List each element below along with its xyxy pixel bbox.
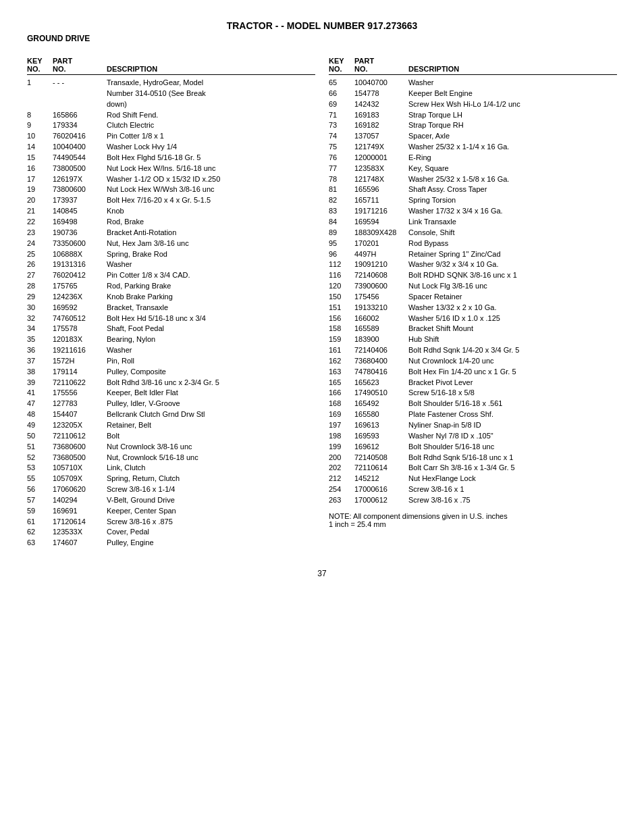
desc: Strap Torque LH (408, 110, 617, 120)
part-no: 72110622 (53, 378, 107, 388)
table-row: 75121749XWasher 25/32 x 1-1/4 x 16 Ga. (329, 142, 617, 152)
part-no: 72140508 (354, 453, 408, 463)
desc: Spring, Return, Clutch (107, 474, 315, 484)
desc: Nut HexFlange Lock (408, 474, 617, 484)
desc: Washer 25/32 x 1-5/8 x 16 Ga. (408, 174, 617, 184)
key-no: 200 (329, 453, 354, 463)
part-no: 4497H (354, 249, 408, 259)
desc: V-Belt, Ground Drive (107, 495, 315, 505)
desc: Washer (408, 78, 617, 88)
right-column: KEY PART NO. NO. DESCRIPTION 6510040700W… (329, 57, 617, 549)
left-header-row2: NO. NO. DESCRIPTION (27, 65, 315, 73)
left-key-header2: NO. (27, 65, 53, 73)
table-row: 1410040400Washer Lock Hvy 1/4 (27, 142, 315, 152)
table-row: Number 314-0510 (See Break (27, 88, 315, 99)
table-row: 41175556Keeper, Belt Idler Flat (27, 388, 315, 398)
part-no: 140294 (53, 495, 107, 505)
table-row: 168165492Bolt Shoulder 5/16-18 x .561 (329, 399, 617, 409)
key-no: 96 (329, 249, 354, 259)
table-row: 25417000616Screw 3/8-16 x 1 (329, 484, 617, 494)
right-table: 6510040700Washer66154778Keeper Belt Engi… (329, 78, 617, 505)
part-no: 183900 (354, 334, 408, 345)
desc: Link Transaxle (408, 217, 617, 227)
key-no: 62 (27, 527, 53, 537)
desc: Shaft Assy. Cross Taper (408, 184, 617, 195)
table-row: 158165589Bracket Shift Mount (329, 324, 617, 334)
desc: Screw Hex Wsh Hi-Lo 1/4-1/2 unc (408, 99, 617, 109)
desc: Bolt Shoulder 5/16-18 x .561 (408, 399, 617, 409)
part-no: 169498 (53, 217, 107, 227)
key-no: 75 (329, 142, 354, 152)
table-row: 1- - -Transaxle, HydroGear, Model (27, 78, 315, 88)
note-line1: NOTE: All component dimensions given in … (329, 512, 617, 520)
key-no: 30 (27, 303, 53, 313)
table-row: 63174607Pulley, Engine (27, 538, 315, 548)
key-no: 49 (27, 420, 53, 430)
desc: Nut Crownlock 1/4-20 unc (408, 356, 617, 366)
desc: Bolt Hex Hd 5/16-18 unc x 3/4 (107, 313, 315, 324)
table-row: 8319171216Washer 17/32 x 3/4 x 16 Ga. (329, 206, 617, 216)
part-no: 17000612 (354, 495, 408, 505)
desc: Bolt Shoulder 5/16-18 unc (408, 442, 617, 452)
key-no: 69 (329, 99, 354, 109)
desc: Hub Shift (408, 334, 617, 345)
part-no: 165866 (53, 110, 107, 120)
part-no: - - - (53, 78, 107, 88)
key-no: 52 (27, 453, 53, 463)
key-no (27, 99, 53, 109)
part-no: 1572H (53, 356, 107, 366)
key-no: 32 (27, 313, 53, 324)
key-no: 37 (27, 356, 53, 366)
key-no: 1 (27, 78, 53, 88)
key-no: 9 (27, 120, 53, 130)
table-row: 169165580Plate Fastener Cross Shf. (329, 409, 617, 420)
desc: Bolt Carr Sh 3/8-16 x 1-3/4 Gr. 5 (408, 463, 617, 473)
desc: Bolt Hex 7/16-20 x 4 x Gr. 5-1.5 (107, 195, 315, 205)
part-no: 19133210 (354, 303, 408, 313)
table-row: 5273680500Nut, Crownlock 5/16-18 unc (27, 453, 315, 463)
key-no: 71 (329, 110, 354, 120)
part-no: 190736 (53, 228, 107, 238)
table-row: 5173680600Nut Crownlock 3/8-16 unc (27, 442, 315, 452)
key-no: 20 (27, 195, 53, 205)
key-no: 61 (27, 517, 53, 527)
part-no: 165623 (354, 378, 408, 388)
part-no: 10040700 (354, 78, 408, 88)
key-no: 66 (329, 88, 354, 99)
part-no: 17120614 (53, 517, 107, 527)
key-no: 10 (27, 131, 53, 141)
part-no: 17000616 (354, 484, 408, 494)
table-row: 49123205XRetainer, Belt (27, 420, 315, 430)
part-no: 105709X (53, 474, 107, 484)
table-row: 30169592Bracket, Transaxle (27, 303, 315, 313)
part-no: 73800500 (53, 163, 107, 174)
key-no: 26 (27, 259, 53, 270)
part-no: 126197X (53, 174, 107, 184)
key-no: 156 (329, 313, 354, 324)
desc: Bolt Rdhd Sqnk 1/4-20 x 3/4 Gr. 5 (408, 345, 617, 355)
part-no: 166002 (354, 313, 408, 324)
part-no: 10040400 (53, 142, 107, 152)
table-row: 21140845Knob (27, 206, 315, 216)
desc: Screw 3/8-16 x 1-1/4 (107, 484, 315, 494)
desc: Screw 3/8-16 x .875 (107, 517, 315, 527)
right-part-header1: PART (354, 57, 408, 65)
desc: Spacer Retainer (408, 292, 617, 302)
part-no: 179334 (53, 120, 107, 130)
desc: Washer 9/32 x 3/4 x 10 Ga. (408, 259, 617, 270)
desc: Nut Crownlock 3/8-16 unc (107, 442, 315, 452)
desc: Washer 17/32 x 3/4 x 16 Ga. (408, 206, 617, 216)
desc: Washer (107, 345, 315, 355)
table-row: 29124236XKnob Brake Parking (27, 292, 315, 302)
part-no: 72110614 (354, 463, 408, 473)
desc: Clutch Electric (107, 120, 315, 130)
key-no: 56 (27, 484, 53, 494)
part-no: 145212 (354, 474, 408, 484)
part-no: 105710X (53, 463, 107, 473)
desc: Spacer, Axle (408, 131, 617, 141)
part-no (53, 99, 107, 109)
key-no: 25 (27, 249, 53, 259)
desc: Pulley, Composite (107, 367, 315, 377)
desc: Pulley, Engine (107, 538, 315, 548)
key-no: 202 (329, 463, 354, 473)
